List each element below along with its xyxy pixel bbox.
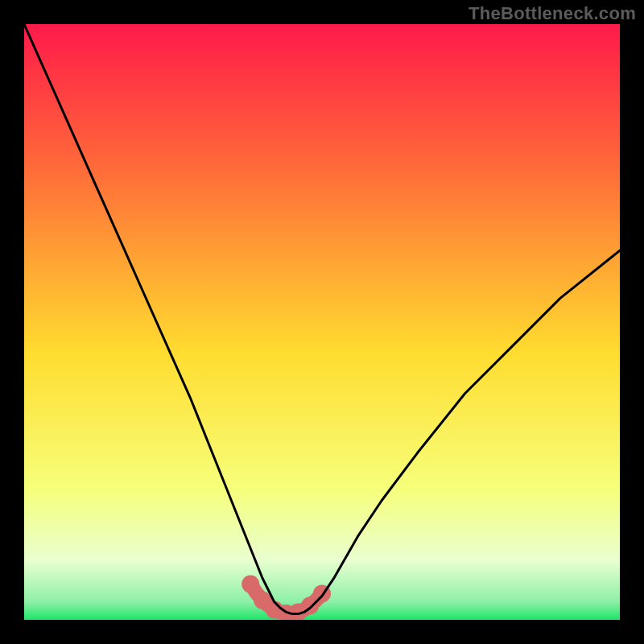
highlight-dot [242,576,259,593]
plot-area [24,24,620,620]
credit-label: TheBottleneck.com [469,3,636,24]
bottleneck-curve [24,24,620,614]
curve-layer [24,24,620,620]
outer-frame: TheBottleneck.com [0,0,644,644]
